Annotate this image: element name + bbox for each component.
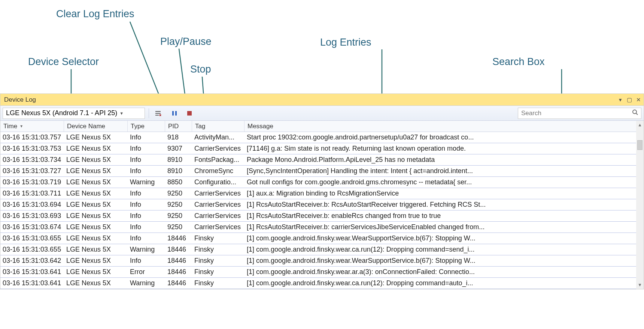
device-selector-dropdown[interactable]: LGE Nexus 5X (Android 7.1 - API 25) ▼ [3,108,145,119]
cell-device: LGE Nexus 5X [64,212,128,220]
cell-type: Info [128,133,165,141]
anno-clear-log: Clear Log Entries [56,8,134,20]
col-message-label: Message [247,123,273,130]
cell-time: 03-16 15:31:03.753 [0,145,64,153]
panel-titlebar: Device Log ▾ ▢ ✕ [0,94,644,106]
cell-time: 03-16 15:31:03.641 [0,279,64,287]
cell-tag: Finsky [192,268,244,276]
col-time-label: Time [3,123,17,130]
cell-type: Info [128,145,165,153]
anno-stop: Stop [190,64,211,75]
cell-tag: CarrierServices [192,201,244,209]
cell-device: LGE Nexus 5X [64,279,128,287]
table-row[interactable]: 03-16 15:31:03.719LGE Nexus 5XWarning885… [0,177,636,188]
cell-msg: [1] RcsAutoStartReceiver.b: carrierServi… [244,223,636,231]
col-tag[interactable]: Tag [192,121,244,132]
scroll-track[interactable] [636,129,644,281]
col-device[interactable]: Device Name [64,121,128,132]
device-selector-value: LGE Nexus 5X (Android 7.1 - API 25) [6,109,117,117]
clear-log-icon [154,110,162,117]
play-pause-button[interactable] [169,108,180,119]
scroll-up-icon[interactable]: ▲ [638,121,642,129]
cell-time: 03-16 15:31:03.642 [0,257,64,265]
cell-tag: CarrierServices [192,190,244,197]
cell-pid: 918 [165,133,192,141]
cell-tag: CarrierServices [192,223,244,231]
scroll-thumb[interactable] [637,140,643,150]
cell-msg: Start proc 19032:com.google.android.part… [244,133,636,141]
cell-pid: 8910 [165,156,192,164]
cell-msg: [1] com.google.android.finsky.wear.WearS… [244,257,636,265]
col-device-label: Device Name [67,123,105,130]
cell-tag: Finsky [192,257,244,265]
cell-type: Error [128,268,165,276]
anno-search-box: Search Box [492,56,545,68]
col-pid-label: PID [168,123,179,130]
cell-tag: FontsPackag... [192,156,244,164]
table-row[interactable]: 03-16 15:31:03.655LGE Nexus 5XWarning184… [0,244,636,255]
col-message[interactable]: Message [244,121,636,132]
annotation-overlay: Device Selector Clear Log Entries Play/P… [0,0,644,93]
toolbar-separator [149,108,149,118]
cell-tag: ActivityMan... [192,133,244,141]
table-row[interactable]: 03-16 15:31:03.693LGE Nexus 5XInfo9250Ca… [0,210,636,222]
table-row[interactable]: 03-16 15:31:03.757LGE Nexus 5XInfo918Act… [0,132,636,143]
cell-device: LGE Nexus 5X [64,145,128,153]
cell-time: 03-16 15:31:03.734 [0,156,64,164]
window-menu-icon[interactable]: ▾ [617,97,623,103]
clear-log-button[interactable] [153,108,163,119]
maximize-icon[interactable]: ▢ [626,97,632,103]
stop-button[interactable] [184,108,195,119]
cell-pid: 8850 [165,178,192,186]
cell-msg: [1] RcsAutoStartReceiver.b: enableRcs ch… [244,212,636,220]
col-type[interactable]: Type [128,121,165,132]
table-row[interactable]: 03-16 15:31:03.655LGE Nexus 5XInfo18446F… [0,233,636,244]
table-row[interactable]: 03-16 15:31:03.727LGE Nexus 5XInfo8910Ch… [0,166,636,177]
cell-tag: ChromeSync [192,167,244,175]
cell-type: Info [128,223,165,231]
cell-pid: 9250 [165,190,192,197]
svg-rect-11 [172,111,174,116]
cell-msg: [71146] g.a: Sim state is not ready. Ret… [244,145,636,153]
cell-time: 03-16 15:31:03.757 [0,133,64,141]
window-controls: ▾ ▢ ✕ [617,97,641,103]
cell-msg: Package Mono.Android.Platform.ApiLevel_2… [244,156,636,164]
cell-msg: Got null configs for com.google.android.… [244,178,636,186]
table-row[interactable]: 03-16 15:31:03.674LGE Nexus 5XInfo9250Ca… [0,222,636,233]
table-row[interactable]: 03-16 15:31:03.641LGE Nexus 5XWarning184… [0,278,636,289]
table-row[interactable]: 03-16 15:31:03.753LGE Nexus 5XInfo9307Ca… [0,143,636,154]
cell-tag: Finsky [192,246,244,253]
vertical-scrollbar[interactable]: ▲ ▼ [636,121,644,289]
cell-pid: 18446 [165,268,192,276]
cell-time: 03-16 15:31:03.719 [0,178,64,186]
cell-pid: 9250 [165,223,192,231]
close-icon[interactable]: ✕ [635,97,641,103]
cell-tag: Configuratio... [192,178,244,186]
cell-device: LGE Nexus 5X [64,257,128,265]
cell-tag: Finsky [192,234,244,242]
col-time[interactable]: Time ▼ [0,121,64,132]
cell-time: 03-16 15:31:03.655 [0,246,64,253]
table-row[interactable]: 03-16 15:31:03.641LGE Nexus 5XError18446… [0,267,636,278]
toolbar: LGE Nexus 5X (Android 7.1 - API 25) ▼ [0,106,644,121]
search-box[interactable] [518,108,641,119]
col-type-label: Type [131,123,145,130]
cell-pid: 18446 [165,246,192,253]
cell-time: 03-16 15:31:03.641 [0,268,64,276]
table-row[interactable]: 03-16 15:31:03.711LGE Nexus 5XInfo9250Ca… [0,188,636,199]
cell-time: 03-16 15:31:03.711 [0,190,64,197]
table-row[interactable]: 03-16 15:31:03.642LGE Nexus 5XInfo18446F… [0,255,636,267]
table-row[interactable]: 03-16 15:31:03.734LGE Nexus 5XInfo8910Fo… [0,154,636,166]
cell-pid: 18446 [165,234,192,242]
table-row[interactable]: 03-16 15:31:03.694LGE Nexus 5XInfo9250Ca… [0,199,636,210]
cell-tag: Finsky [192,279,244,287]
col-pid[interactable]: PID [165,121,192,132]
search-input[interactable] [521,110,629,117]
cell-type: Info [128,167,165,175]
scroll-down-icon[interactable]: ▼ [638,281,642,289]
cell-type: Warning [128,246,165,253]
cell-tag: CarrierServices [192,145,244,153]
cell-msg: [Sync,SyncIntentOperation] Handling the … [244,167,636,175]
cell-pid: 8910 [165,167,192,175]
cell-msg: [1] com.google.android.finsky.wear.WearS… [244,234,636,242]
